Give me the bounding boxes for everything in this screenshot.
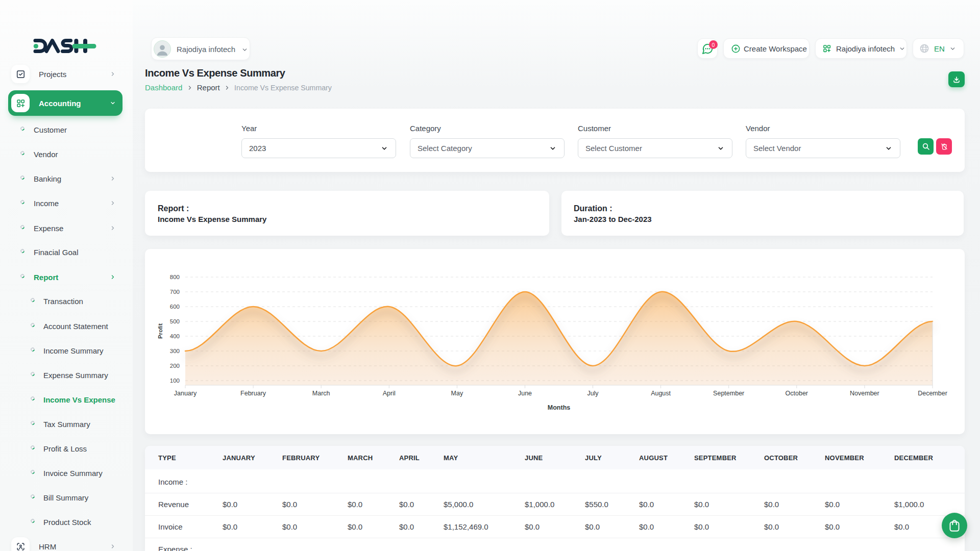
svg-text:November: November — [850, 390, 879, 397]
svg-text:April: April — [383, 390, 396, 397]
svg-text:Profit: Profit — [157, 323, 163, 339]
svg-text:August: August — [651, 390, 671, 397]
svg-text:March: March — [312, 390, 330, 397]
svg-text:800: 800 — [170, 274, 180, 280]
svg-text:500: 500 — [170, 318, 180, 324]
svg-text:December: December — [918, 390, 947, 397]
svg-text:100: 100 — [170, 378, 180, 384]
svg-text:600: 600 — [170, 304, 180, 310]
svg-text:400: 400 — [170, 333, 180, 339]
svg-text:October: October — [786, 390, 808, 397]
svg-text:700: 700 — [170, 289, 180, 295]
svg-text:February: February — [240, 390, 266, 397]
svg-text:June: June — [518, 390, 532, 397]
svg-text:July: July — [587, 390, 599, 397]
svg-text:300: 300 — [170, 348, 180, 354]
svg-text:Months: Months — [548, 404, 570, 411]
svg-text:September: September — [713, 390, 744, 397]
svg-text:May: May — [451, 390, 463, 397]
svg-text:January: January — [174, 390, 197, 397]
svg-text:200: 200 — [170, 363, 180, 369]
